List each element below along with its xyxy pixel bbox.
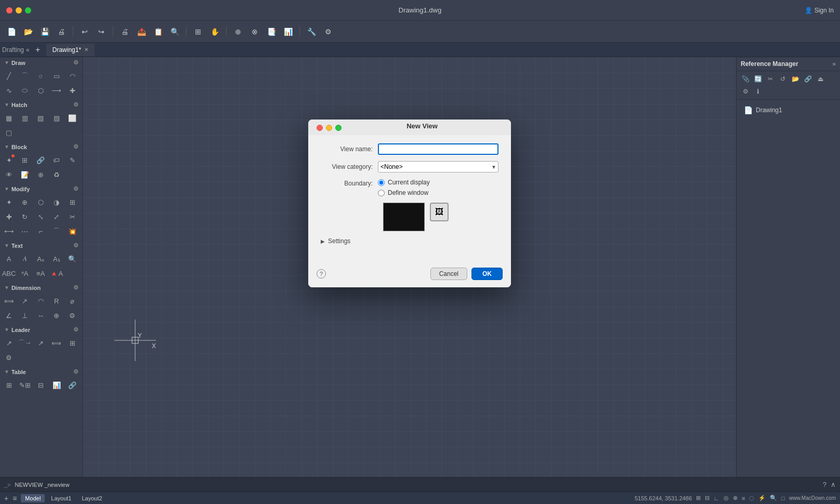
tool-dimaligned[interactable]: ↗ bbox=[18, 294, 32, 308]
section-modify-header[interactable]: ▼ Modify ⚙ bbox=[0, 183, 83, 194]
tool-mleaderstyle[interactable]: ⚙ bbox=[2, 351, 16, 364]
workspace-collapse-icon[interactable]: « bbox=[26, 46, 30, 54]
tool-dimlinear[interactable]: ⟺ bbox=[2, 294, 16, 308]
tool-rectangle[interactable]: ▭ bbox=[50, 69, 63, 83]
tool-mirror[interactable]: ⬡ bbox=[34, 195, 47, 209]
modal-zoom-button[interactable] bbox=[335, 125, 342, 131]
tool-trim[interactable]: ✂ bbox=[65, 210, 79, 223]
open-file-button[interactable]: 📂 bbox=[21, 24, 35, 39]
tool-spell[interactable]: ABC bbox=[2, 267, 16, 280]
tool-leader[interactable]: ⌒→ bbox=[18, 336, 32, 350]
tool-basepoint[interactable]: ⊕ bbox=[34, 168, 47, 181]
ref-settings-button[interactable]: ⚙ bbox=[740, 86, 751, 97]
tool-table[interactable]: ⊞ bbox=[2, 378, 16, 392]
tool-polyline[interactable]: ⌒ bbox=[18, 69, 32, 83]
cancel-button[interactable]: Cancel bbox=[430, 268, 467, 280]
tool-qleader[interactable]: ↗ bbox=[2, 336, 16, 350]
view-category-select[interactable]: <None> bbox=[378, 161, 498, 173]
tool-mleadercollect[interactable]: ⊞ bbox=[65, 336, 79, 350]
minimize-button[interactable] bbox=[16, 7, 22, 14]
tool2[interactable]: ⚙ bbox=[321, 24, 335, 39]
boundary-define-window[interactable]: Define window bbox=[378, 189, 430, 196]
tool-chamfer[interactable]: ⌐ bbox=[34, 224, 47, 238]
ref-open-button[interactable]: 📂 bbox=[790, 73, 801, 85]
leader-gear-icon[interactable]: ⚙ bbox=[73, 326, 78, 333]
tool-justifytext[interactable]: ≡A bbox=[34, 267, 47, 280]
redo-button[interactable]: ↪ bbox=[94, 24, 109, 39]
dimension-gear-icon[interactable]: ⚙ bbox=[73, 284, 78, 291]
osnap-button[interactable]: ⊗ bbox=[247, 24, 262, 39]
zoom-extents-button[interactable]: ⊞ bbox=[191, 24, 205, 39]
sign-in-area[interactable]: 👤 Sign In bbox=[805, 7, 834, 14]
tool-copy[interactable]: ⊕ bbox=[18, 195, 32, 209]
tool-rotate[interactable]: ↻ bbox=[18, 210, 32, 223]
ref-xref-button[interactable]: 🔗 bbox=[802, 73, 813, 85]
layer-button[interactable]: 📑 bbox=[264, 24, 279, 39]
tool-explode[interactable]: 💥 bbox=[65, 224, 79, 238]
tool-datalink[interactable]: 🔗 bbox=[65, 378, 79, 392]
section-table-header[interactable]: ▼ Table ⚙ bbox=[0, 366, 83, 377]
tool-mleaderalign[interactable]: ⟺ bbox=[50, 336, 63, 350]
tool-scaletext[interactable]: ᵃA bbox=[18, 267, 32, 280]
tool-ray[interactable]: ⟶ bbox=[50, 84, 63, 97]
tool-mtext[interactable]: A bbox=[2, 252, 16, 266]
tool-mleader[interactable]: ↗ bbox=[34, 336, 47, 350]
boundary-current-radio[interactable] bbox=[378, 179, 385, 186]
tool-dimstyle[interactable]: ⚙ bbox=[65, 309, 79, 322]
export-button[interactable]: 📤 bbox=[134, 24, 149, 39]
section-dimension-header[interactable]: ▼ Dimension ⚙ bbox=[0, 282, 83, 293]
ref-add-button[interactable]: 📎 bbox=[740, 73, 751, 85]
snap-icon[interactable]: ⊟ bbox=[705, 495, 710, 501]
preview-refresh-button[interactable]: 🖼 bbox=[430, 203, 449, 221]
text-gear-icon[interactable]: ⚙ bbox=[73, 242, 78, 249]
tool-xline[interactable]: ✚ bbox=[65, 84, 79, 97]
dynmode-icon[interactable]: ⚡ bbox=[758, 495, 766, 501]
tool-style[interactable]: A₁ bbox=[50, 252, 63, 266]
tool-attdef[interactable]: 🏷 bbox=[50, 153, 63, 167]
tool-tabledit[interactable]: ✎⊞ bbox=[18, 378, 32, 392]
save-button[interactable]: 💾 bbox=[37, 24, 52, 39]
zoom-icon[interactable]: 🔍 bbox=[770, 495, 777, 501]
tool-block[interactable]: ✦ bbox=[2, 153, 16, 167]
tool-wipeout[interactable]: ▢ bbox=[2, 126, 16, 139]
add-layout-icon[interactable]: + bbox=[4, 494, 8, 502]
transparency-icon[interactable]: ◌ bbox=[749, 495, 754, 501]
tool-tablestyle[interactable]: ⊟ bbox=[34, 378, 47, 392]
tool-hatch2[interactable]: ▥ bbox=[18, 111, 32, 125]
snap-button[interactable]: ⊕ bbox=[231, 24, 245, 39]
search-button[interactable]: 🔍 bbox=[167, 24, 182, 39]
section-draw-header[interactable]: ▼ Draw ⚙ bbox=[0, 57, 83, 68]
tool-arc[interactable]: ◠ bbox=[65, 69, 79, 83]
table-gear-icon[interactable]: ⚙ bbox=[73, 368, 78, 375]
tab-drawing1[interactable]: Drawing1* ✕ bbox=[46, 44, 95, 56]
close-button[interactable] bbox=[6, 7, 12, 14]
ok-button[interactable]: OK bbox=[471, 268, 503, 280]
tool-text[interactable]: 𝐴 bbox=[18, 252, 32, 266]
tool-line[interactable]: ╱ bbox=[2, 69, 16, 83]
print-button[interactable]: 🖨 bbox=[54, 24, 69, 39]
ref-reload-button[interactable]: ↺ bbox=[777, 73, 789, 85]
ortho-icon[interactable]: ∟ bbox=[714, 495, 719, 501]
tool-dimdiameter[interactable]: ⌀ bbox=[65, 294, 79, 308]
tab-layout1[interactable]: Layout1 bbox=[47, 494, 75, 502]
ref-unload-button[interactable]: ⏏ bbox=[815, 73, 826, 85]
canvas-area[interactable]: Y X New View View na bbox=[83, 57, 736, 477]
tool-dimangular[interactable]: ∠ bbox=[2, 309, 16, 322]
help-icon[interactable]: ? bbox=[823, 481, 826, 488]
new-file-button[interactable]: 📄 bbox=[4, 24, 19, 39]
tool-ddedit[interactable]: Aₐ bbox=[34, 252, 47, 266]
section-block-header[interactable]: ▼ Block ⚙ bbox=[0, 141, 83, 152]
help-button[interactable]: ? bbox=[317, 269, 326, 278]
properties-button[interactable]: 📊 bbox=[281, 24, 295, 39]
tool-break[interactable]: ⋯ bbox=[18, 224, 32, 238]
tool-attdisp[interactable]: 👁 bbox=[2, 168, 16, 181]
tool-hatch[interactable]: ▦ bbox=[2, 111, 16, 125]
tool-dimcontinue[interactable]: ↔ bbox=[34, 309, 47, 322]
plot-button[interactable]: 🖨 bbox=[117, 24, 132, 39]
tool-reblock[interactable]: ♻ bbox=[50, 168, 63, 181]
polar-icon[interactable]: ◎ bbox=[724, 495, 729, 501]
drawing-item[interactable]: 📄 Drawing1 bbox=[741, 104, 836, 116]
tool1[interactable]: 🔧 bbox=[304, 24, 319, 39]
tool-circle[interactable]: ○ bbox=[34, 69, 47, 83]
tool-dimbaseline[interactable]: ⊥ bbox=[18, 309, 32, 322]
